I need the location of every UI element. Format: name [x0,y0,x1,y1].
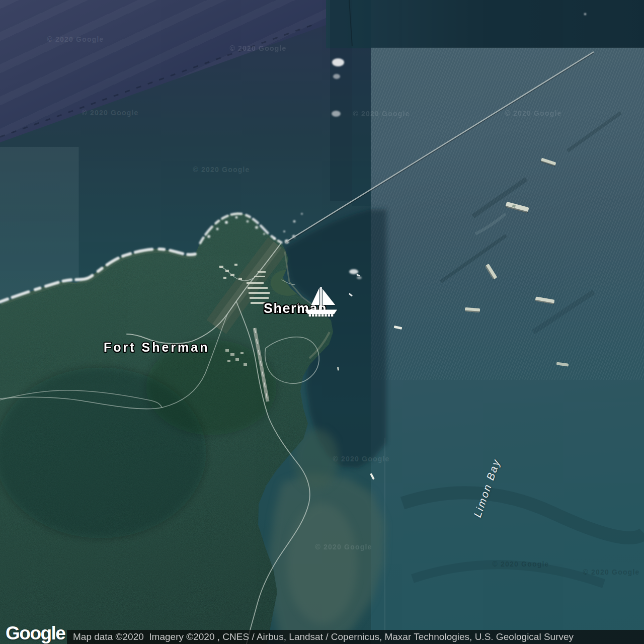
imagery-watermark: © 2020 Google [333,455,389,463]
map-canvas[interactable]: Fuerte Sherman Fort Sherman Limon Bay © … [0,0,644,644]
imagery-watermark: © 2020 Google [353,110,410,118]
imagery-watermark: © 2020 Google [47,35,104,43]
google-logo[interactable]: Google [6,623,65,644]
attribution-bar: Map data ©2020 Imagery ©2020 , CNES / Ai… [67,630,644,644]
imagery-watermark: © 2020 Google [229,44,286,52]
imagery-watermark: © 2020 Google [505,109,561,117]
imagery-watermark: © 2020 Google [583,568,639,576]
attribution-text: Map data ©2020 Imagery ©2020 , CNES / Ai… [67,630,574,644]
place-label-fort-sherman: Fort Sherman [104,340,210,355]
imagery-watermark: © 2020 Google [193,166,250,174]
imagery-watermark: © 2020 Google [82,109,138,117]
imagery-watermark: © 2020 Google [492,560,549,568]
imagery-watermark: © 2020 Google [315,543,372,551]
sailboat-icon[interactable] [304,286,338,321]
